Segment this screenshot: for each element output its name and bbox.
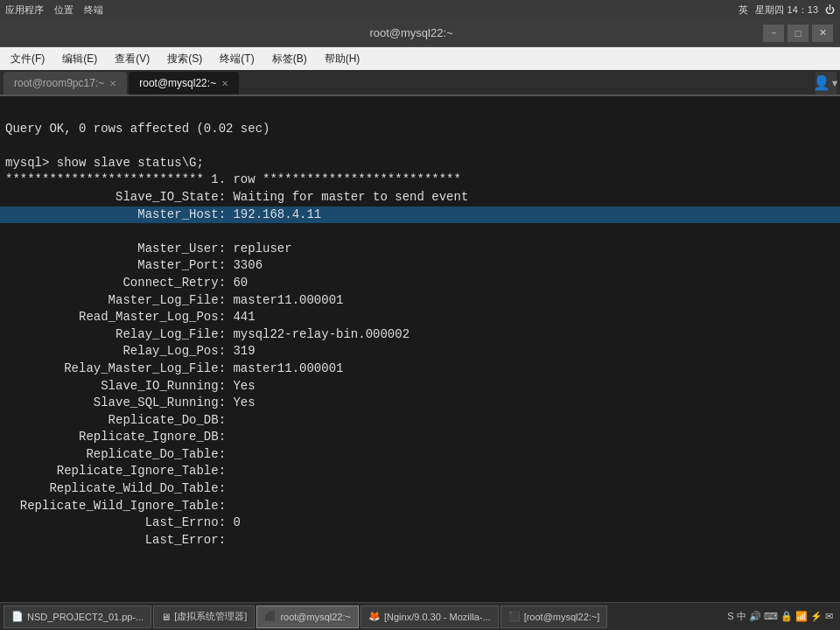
taskbar-systray: S 中 🔊 ⌨ 🔒 📶 ⚡ ✉ xyxy=(727,610,833,623)
taskbar: 📄 NSD_PROJECT2_01.pp-... 🖥 [虚拟系统管理器] ⬛ r… xyxy=(0,602,840,630)
taskbar-right: S 中 🔊 ⌨ 🔒 📶 ⚡ ✉ xyxy=(727,610,836,623)
lang-indicator: 英 xyxy=(738,4,748,17)
maximize-button[interactable]: □ xyxy=(788,24,808,42)
terminal-line: Replicate_Wild_Do_Table: xyxy=(5,481,233,495)
window-title: root@mysql22:~ xyxy=(60,26,763,39)
terminal-line: Last_Errno: 0 xyxy=(5,515,241,529)
terminal-line: Replicate_Wild_Ignore_Table: xyxy=(5,499,233,513)
search-menu[interactable]: 搜索(S) xyxy=(160,50,209,68)
taskbar-item-1[interactable]: 🖥 [虚拟系统管理器] xyxy=(153,606,255,628)
tab-1[interactable]: root@mysql22:~ ✕ xyxy=(129,72,239,94)
help-menu[interactable]: 帮助(H) xyxy=(318,50,368,68)
terminal-menu[interactable]: 终端 xyxy=(84,4,103,17)
taskbar-label-2: root@mysql22:~ xyxy=(280,612,351,622)
terminal-line: Master_User: repluser xyxy=(5,242,292,256)
minimize-button[interactable]: － xyxy=(763,24,784,42)
terminal-line: Last_Error: xyxy=(5,533,233,547)
terminal-line: mysql> show slave status\G; xyxy=(5,156,204,170)
new-tab-button[interactable]: 👤 ▾ xyxy=(816,72,836,94)
taskbar-icon-4: ⬛ xyxy=(508,611,521,622)
taskbar-label-4: [root@mysql22:~] xyxy=(524,612,600,622)
taskbar-icon-1: 🖥 xyxy=(161,612,171,622)
terminal-line-highlight: Master_Host: 192.168.4.11 xyxy=(0,206,840,224)
tab-bar: root@room9pc17:~ ✕ root@mysql22:~ ✕ 👤 ▾ xyxy=(0,70,840,96)
terminal-line: Query OK, 0 rows affected (0.02 sec) xyxy=(5,122,270,136)
terminal-line: Master_Log_File: master11.000001 xyxy=(5,293,343,307)
terminal-line: Relay_Log_File: mysql22-relay-bin.000002 xyxy=(5,327,410,341)
taskbar-label-0: NSD_PROJECT2_01.pp-... xyxy=(27,612,144,622)
taskbar-item-2[interactable]: ⬛ root@mysql22:~ xyxy=(256,606,359,628)
bookmark-menu[interactable]: 标签(B) xyxy=(265,50,314,68)
taskbar-label-3: [Nginx/9.0.30 - Mozilla-... xyxy=(384,612,491,622)
terminal-line: Replicate_Do_Table: xyxy=(5,447,233,461)
tab-0-label: root@room9pc17:~ xyxy=(14,77,104,89)
taskbar-icon-2: ⬛ xyxy=(264,611,276,622)
terminal-line: Slave_SQL_Running: Yes xyxy=(5,396,256,410)
file-menu[interactable]: 文件(F) xyxy=(4,50,52,68)
terminal-line: Replicate_Ignore_Table: xyxy=(5,464,233,478)
close-button[interactable]: ✕ xyxy=(812,24,833,42)
terminal-line: Read_Master_Log_Pos: 441 xyxy=(5,310,256,324)
location-menu[interactable]: 位置 xyxy=(54,4,74,17)
tab-0-close[interactable]: ✕ xyxy=(109,79,116,88)
system-bar-right: 英 星期四 14：13 ⏻ xyxy=(738,4,835,17)
view-menu[interactable]: 查看(V) xyxy=(108,50,157,68)
terminal-line: Connect_Retry: 60 xyxy=(5,276,248,290)
terminal-line: Replicate_Ignore_DB: xyxy=(5,430,233,444)
terminal-line: Slave_IO_State: Waiting for master to se… xyxy=(5,190,468,204)
taskbar-item-4[interactable]: ⬛ [root@mysql22:~] xyxy=(500,606,608,628)
edit-menu[interactable]: 编辑(E) xyxy=(55,50,104,68)
tab-0[interactable]: root@room9pc17:~ ✕ xyxy=(4,72,127,94)
terminal-line: *************************** 1. row *****… xyxy=(5,172,461,186)
taskbar-item-0[interactable]: 📄 NSD_PROJECT2_01.pp-... xyxy=(4,606,151,628)
terminal-line: Relay_Log_Pos: 319 xyxy=(5,344,256,358)
profile-icon: 👤 xyxy=(813,74,830,92)
system-bar-left: 应用程序 位置 终端 xyxy=(5,4,103,17)
power-icon[interactable]: ⏻ xyxy=(825,4,835,15)
tab-1-label: root@mysql22:~ xyxy=(139,77,216,89)
terminal-output[interactable]: Query OK, 0 rows affected (0.02 sec) mys… xyxy=(0,96,840,602)
tab-1-close[interactable]: ✕ xyxy=(221,79,228,88)
menu-bar: 文件(F) 编辑(E) 查看(V) 搜索(S) 终端(T) 标签(B) 帮助(H… xyxy=(0,47,840,70)
terminal-line: Replicate_Do_DB: xyxy=(5,413,233,427)
taskbar-icon-3: 🦊 xyxy=(368,611,381,622)
terminal-line: Slave_IO_Running: Yes xyxy=(5,379,256,393)
terminal-menu-bar[interactable]: 终端(T) xyxy=(213,50,261,68)
terminal-line: Relay_Master_Log_File: master11.000001 xyxy=(5,361,343,375)
system-bar: 应用程序 位置 终端 英 星期四 14：13 ⏻ xyxy=(0,0,840,19)
taskbar-item-3[interactable]: 🦊 [Nginx/9.0.30 - Mozilla-... xyxy=(360,606,499,628)
terminal-line: Master_Port: 3306 xyxy=(5,258,262,272)
taskbar-label-1: [虚拟系统管理器] xyxy=(174,610,247,623)
taskbar-icon-0: 📄 xyxy=(11,611,24,622)
dropdown-icon: ▾ xyxy=(830,74,839,92)
window-controls: － □ ✕ xyxy=(763,24,833,42)
datetime: 星期四 14：13 xyxy=(755,4,818,17)
apps-menu[interactable]: 应用程序 xyxy=(5,4,44,17)
title-bar: root@mysql22:~ － □ ✕ xyxy=(0,19,840,47)
